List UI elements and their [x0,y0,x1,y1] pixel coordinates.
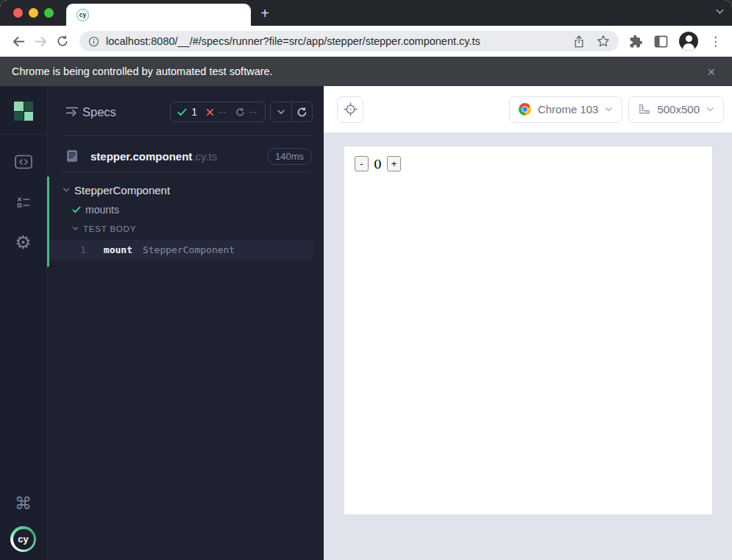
failed-x-icon [206,108,214,116]
viewport-select-label: 500x500 [657,103,700,116]
specs-list-icon [65,106,79,117]
automation-banner-text: Chrome is being controlled by automated … [12,65,273,77]
spec-file-icon [66,149,78,163]
sidebar-item-runs[interactable] [16,196,30,209]
browser-window: cy + [0,0,732,560]
new-tab-button[interactable]: + [255,4,275,23]
bookmark-star-icon[interactable] [597,35,610,48]
back-button[interactable] [7,30,29,52]
runner-area: Chrome 103 500x500 [324,86,732,560]
refresh-icon [296,107,308,118]
reporter-header-buttons [270,102,313,122]
test-checklist-icon [16,196,30,209]
keyboard-shortcuts-button[interactable]: ⌘ [15,495,32,512]
command-message: StepperComponent [143,244,235,255]
browser-menu-button[interactable]: ⋮ [709,34,722,49]
maximize-window-button[interactable] [44,8,54,18]
decrement-button[interactable]: - [355,156,369,171]
reload-button[interactable] [51,30,74,52]
banner-close-icon[interactable]: × [703,63,720,80]
project-logo [14,102,33,121]
suite-row[interactable]: StepperComponent [49,181,324,199]
test-results-block: StepperComponent mounts TEST BODY [47,177,324,267]
crosshair-icon [344,102,358,116]
share-icon[interactable] [573,35,585,48]
reporter-panel: Specs 1 -- -- [46,86,324,560]
gear-icon: ⚙ [15,233,31,252]
automation-banner: Chrome is being controlled by automated … [0,57,732,86]
command-key-icon: ⌘ [15,495,32,512]
passed-check-icon [177,108,187,116]
traffic-lights [13,8,54,18]
selector-playground-button[interactable] [337,96,363,123]
spec-name: stepper.component.cy.ts [90,150,217,163]
failed-count: -- [218,106,227,118]
test-passed-check-icon [72,206,81,213]
test-body-label: TEST BODY [83,224,136,233]
specs-list-toggle-button[interactable] [65,106,79,117]
sidebar-item-settings[interactable]: ⚙ [15,233,31,252]
chevron-down-icon [277,107,285,116]
extensions-puzzle-icon[interactable] [629,35,643,49]
minimize-window-button[interactable] [29,8,38,18]
command-method: mount [104,244,132,255]
test-row[interactable]: mounts [49,201,324,219]
test-title: mounts [85,204,119,216]
passed-count: 1 [191,106,197,118]
chevron-down-icon [715,7,725,16]
viewport-select[interactable]: 500x500 [628,96,724,123]
pending-count: -- [249,106,257,118]
profile-avatar[interactable] [679,32,698,51]
browser-code-icon [15,155,32,169]
command-row[interactable]: 1 mount StepperComponent [49,240,313,260]
counter-value: 0 [374,157,382,171]
chevron-down-icon [706,105,714,113]
collapse-all-button[interactable] [271,102,291,121]
chrome-logo-icon [519,103,531,116]
url-text: localhost:8080/__/#/specs/runner?file=sr… [106,35,566,47]
chevron-down-icon [605,105,613,113]
cypress-logo-text: cy [13,529,34,550]
arrow-right-icon [34,35,48,49]
cypress-logo[interactable]: cy [10,526,36,552]
suite-title: StepperComponent [74,184,170,196]
arrow-left-icon [12,35,26,49]
sidebar-divider [0,134,46,135]
spec-extension: .cy.ts [192,150,217,163]
ruler-icon [638,103,650,116]
sidebar-item-specs[interactable] [15,155,32,169]
cypress-app: ⚙ ⌘ cy Specs 1 [0,86,732,560]
side-panel-icon[interactable] [654,35,668,48]
runner-header: Chrome 103 500x500 [324,86,732,133]
browser-select-label: Chrome 103 [538,103,599,116]
search-tabs-button[interactable] [715,7,725,16]
increment-button[interactable]: + [387,156,402,171]
info-icon [88,36,99,47]
browser-toolbar: localhost:8080/__/#/specs/runner?file=sr… [0,26,732,57]
tab-strip: cy + [0,0,732,26]
pending-refresh-icon [235,107,245,117]
run-stats: 1 -- -- [170,102,266,122]
spec-duration-badge: 140ms [267,148,312,165]
browser-tab[interactable]: cy [66,4,251,26]
forward-button[interactable] [29,30,51,52]
close-window-button[interactable] [13,8,23,18]
command-number: 1 [80,244,86,255]
spec-row[interactable]: stepper.component.cy.ts 140ms [60,144,312,168]
chevron-down-icon [63,186,70,194]
aut-viewport: - 0 + [344,146,712,514]
chevron-down-icon [72,225,79,232]
browser-select[interactable]: Chrome 103 [509,96,623,123]
specs-panel-title: Specs [82,105,116,119]
stepper-component: - 0 + [355,156,712,171]
toolbar-actions: ⋮ [625,32,726,51]
address-bar[interactable]: localhost:8080/__/#/specs/runner?file=sr… [79,31,619,52]
cypress-sidebar: ⚙ ⌘ cy [0,86,46,560]
cypress-favicon-icon: cy [77,9,89,21]
reload-icon [56,35,69,48]
test-body-section[interactable]: TEST BODY [49,221,324,236]
rerun-tests-button[interactable] [291,102,313,121]
